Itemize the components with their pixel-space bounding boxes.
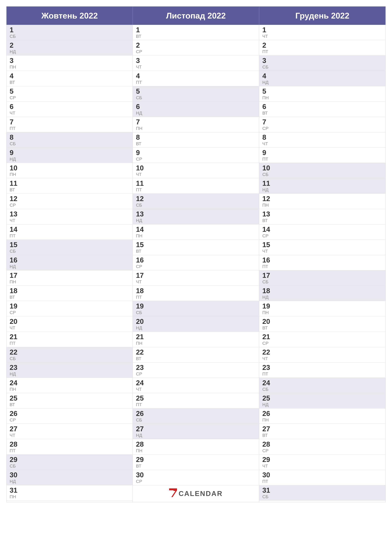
day-number: 14 [262, 226, 382, 233]
month-header-2: Грудень 2022 [259, 7, 385, 25]
day-row: 23СР [133, 362, 259, 378]
day-row: 16СР [133, 255, 259, 270]
day-row: 6ВТ [259, 102, 385, 117]
day-name: ПТ [262, 156, 382, 162]
day-row: 17ЧТ [133, 270, 259, 286]
day-name: СР [136, 49, 256, 54]
day-name: СР [10, 417, 129, 423]
day-name: ВТ [262, 433, 382, 438]
day-row: 2ПТ [259, 40, 385, 56]
day-row: 8СБ [7, 132, 133, 148]
day-number: 22 [136, 348, 256, 356]
day-number: 16 [10, 256, 129, 264]
day-number: 25 [262, 394, 382, 402]
day-number: 13 [136, 210, 256, 218]
day-row: 25НД [259, 393, 385, 409]
month-header-0: Жовтень 2022 [7, 7, 133, 25]
day-row: 16НД [7, 255, 133, 270]
day-number: 19 [10, 302, 129, 310]
day-row: 15ВТ [133, 240, 259, 255]
day-number: 27 [136, 425, 256, 433]
day-number: 29 [10, 456, 129, 463]
day-row: 4НД [259, 71, 385, 86]
day-row: 11ПТ [133, 178, 259, 194]
day-row: 3ЧТ [133, 56, 259, 71]
day-number: 3 [262, 57, 382, 64]
day-number: 31 [262, 487, 382, 494]
day-name: СР [262, 448, 382, 453]
day-name: СБ [136, 417, 256, 423]
day-name: ПТ [10, 126, 129, 131]
day-name: ВТ [136, 356, 256, 361]
day-number: 7 [262, 118, 382, 126]
day-row: 10ПН [7, 163, 133, 178]
day-number: 15 [136, 241, 256, 248]
day-number: 24 [10, 379, 129, 387]
day-name: ЧТ [262, 141, 382, 146]
calendar-body: 1СБ2НД3ПН4ВТ5СР6ЧТ7ПТ8СБ9НД10ПН11ВТ12СР1… [7, 25, 385, 502]
day-name: НД [10, 479, 129, 484]
day-name: ПН [262, 95, 382, 101]
day-row: 27ЧТ [7, 424, 133, 439]
day-name: СР [136, 156, 256, 162]
day-name: ВТ [136, 141, 256, 146]
day-name: СБ [10, 463, 129, 469]
day-row: 26СБ [133, 409, 259, 424]
day-row: 12ПН [259, 194, 385, 209]
day-number: 4 [10, 72, 129, 80]
day-number: 30 [10, 471, 129, 479]
day-name: СР [136, 371, 256, 377]
day-name: СР [262, 126, 382, 131]
month-column-0: 1СБ2НД3ПН4ВТ5СР6ЧТ7ПТ8СБ9НД10ПН11ВТ12СР1… [7, 25, 133, 502]
day-name: ВТ [136, 34, 256, 39]
day-name: ПН [10, 172, 129, 177]
day-number: 28 [262, 440, 382, 448]
day-row: 18ВТ [7, 286, 133, 301]
day-name: ПТ [10, 448, 129, 453]
day-name: СБ [136, 310, 256, 315]
day-name: ПН [136, 448, 256, 453]
day-row: 7ПН [133, 117, 259, 132]
day-name: СБ [262, 387, 382, 392]
day-row: 15СБ [7, 240, 133, 255]
day-number: 18 [262, 287, 382, 295]
day-row: 20ЧТ [7, 316, 133, 332]
day-row: 13НД [133, 209, 259, 224]
day-number: 11 [10, 180, 129, 187]
day-number: 23 [136, 364, 256, 371]
day-name: СБ [10, 34, 129, 39]
day-row: 11НД [259, 178, 385, 194]
day-name: ПН [10, 494, 129, 499]
day-row: 9НД [7, 148, 133, 163]
day-name: НД [10, 49, 129, 54]
day-number: 1 [10, 26, 129, 34]
day-row: 31ПН [7, 485, 133, 501]
day-row: 29ЧТ [259, 454, 385, 470]
day-number: 9 [136, 149, 256, 156]
day-row: 19ПН [259, 301, 385, 316]
day-row: 1СБ [7, 25, 133, 40]
svg-rect-3 [169, 490, 177, 490]
day-name: ЧТ [136, 387, 256, 392]
day-number: 21 [10, 333, 129, 341]
day-number: 13 [262, 210, 382, 218]
day-row: 2СР [133, 40, 259, 56]
day-number: 27 [10, 425, 129, 433]
day-number: 18 [136, 287, 256, 295]
month-column-2: 1ЧТ2ПТ3СБ4НД5ПН6ВТ7СР8ЧТ9ПТ10СБ11НД12ПН1… [259, 25, 385, 502]
day-number: 9 [262, 149, 382, 156]
day-number: 19 [136, 302, 256, 310]
day-name: ВТ [10, 80, 129, 85]
day-number: 21 [136, 333, 256, 341]
day-name: СБ [262, 64, 382, 70]
day-name: ЧТ [262, 463, 382, 469]
day-row: 19СБ [133, 301, 259, 316]
day-row: 17ПН [7, 270, 133, 286]
day-name: ПТ [136, 80, 256, 85]
day-number: 11 [262, 180, 382, 187]
day-number: 4 [136, 72, 256, 80]
day-name: ПН [262, 417, 382, 423]
day-name: СР [262, 233, 382, 239]
day-number: 14 [10, 226, 129, 233]
day-row: 30СР [133, 470, 259, 485]
